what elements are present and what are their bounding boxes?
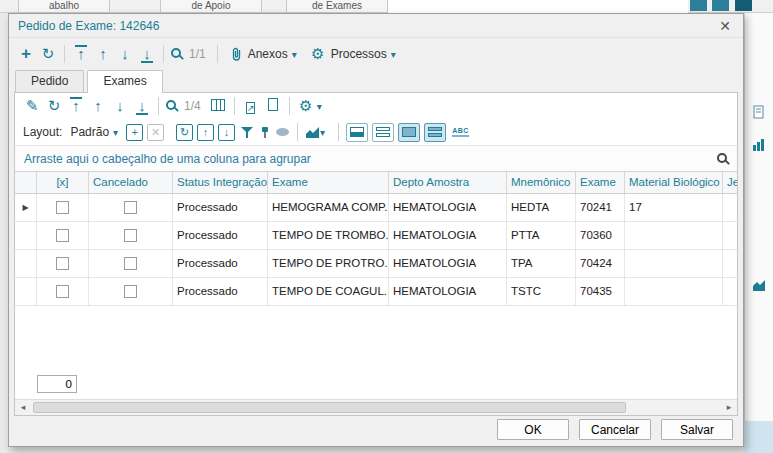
chevron-down-icon[interactable]: ▾ — [317, 101, 322, 112]
filter-icon[interactable] — [240, 126, 254, 139]
dialog-title: Pedido de Exame: 142646 — [18, 19, 159, 33]
checkbox-cancelado[interactable] — [124, 201, 137, 214]
spellcheck-icon[interactable]: ABC — [452, 127, 469, 137]
table-row[interactable]: Processado TEMPO DE PROTRO... HEMATOLOGI… — [15, 250, 737, 278]
cancel-button[interactable]: Cancelar — [579, 419, 651, 440]
find-icon[interactable] — [717, 152, 727, 166]
cell-depto: HEMATOLOGIA — [389, 250, 507, 277]
checkbox-cancelado[interactable] — [124, 285, 137, 298]
layout-toolbar: Layout: Padrão ▾ + ✕ ↻ ↑ ↓ ▾ — [15, 119, 737, 146]
cell-je — [723, 222, 737, 249]
checkbox-x[interactable] — [56, 285, 69, 298]
upload-layout-icon[interactable]: ↑ — [197, 124, 214, 141]
view-toggle-single[interactable] — [346, 123, 368, 142]
last-record-icon[interactable]: ↓ — [136, 44, 158, 64]
paperclip-icon — [229, 46, 244, 62]
window-button-icon[interactable] — [712, 0, 729, 11]
processos-label: Processos — [331, 47, 387, 61]
cell-x — [37, 278, 89, 305]
delete-layout-icon[interactable]: ✕ — [147, 124, 164, 141]
close-icon[interactable]: ✕ — [716, 18, 734, 34]
column-header-exame[interactable]: Exame — [268, 172, 389, 193]
cell-x — [37, 250, 89, 277]
chart-icon[interactable] — [752, 278, 766, 292]
layout-dropdown[interactable]: Padrão ▾ — [66, 125, 124, 139]
cell-material — [625, 278, 723, 305]
tab-pedido[interactable]: Pedido — [15, 70, 84, 92]
window-button-icon[interactable] — [690, 0, 707, 11]
column-header-mnemonico[interactable]: Mnemônico — [507, 172, 576, 193]
background-sidebar — [744, 13, 773, 453]
reset-layout-icon[interactable]: ↻ — [176, 124, 193, 141]
separator — [234, 97, 235, 115]
chart-icon[interactable] — [752, 138, 766, 152]
scroll-left-icon[interactable]: ◂ — [15, 400, 31, 415]
edit-icon[interactable]: ✎ — [21, 96, 43, 116]
next-row-icon[interactable]: ↓ — [109, 96, 131, 116]
pin-icon[interactable] — [260, 126, 270, 139]
column-header-status[interactable]: Status Integração — [173, 172, 268, 193]
scrollbar-track[interactable] — [31, 400, 721, 415]
cell-je — [723, 278, 737, 305]
gear-icon[interactable]: ⚙ — [295, 96, 317, 116]
processos-menu[interactable]: ⚙ Processos ▾ — [309, 44, 402, 64]
checkbox-x[interactable] — [56, 201, 69, 214]
scroll-right-icon[interactable]: ▸ — [721, 400, 737, 415]
column-header-x[interactable]: [x] — [37, 172, 89, 193]
scrollbar-thumb[interactable] — [33, 402, 626, 413]
horizontal-scrollbar[interactable]: ◂ ▸ — [15, 399, 737, 415]
first-record-icon[interactable]: ↑ — [70, 44, 92, 64]
column-header-cancelado[interactable]: Cancelado — [89, 172, 173, 193]
refresh-icon[interactable]: ↻ — [43, 96, 65, 116]
chart-menu[interactable]: ▾ — [305, 126, 331, 139]
window-button-icon[interactable] — [735, 0, 752, 11]
column-header-material[interactable]: Material Biológico — [625, 172, 723, 193]
table-row[interactable]: Processado TEMPO DE TROMBO... HEMATOLOGI… — [15, 222, 737, 250]
search-icon[interactable] — [171, 47, 181, 61]
previous-record-icon[interactable]: ↑ — [92, 44, 114, 64]
background-tab-apoio[interactable]: de Apoio — [160, 0, 262, 13]
save-button[interactable]: Salvar — [661, 419, 733, 440]
current-row-icon: ▶ — [22, 194, 28, 221]
clear-icon[interactable] — [276, 128, 289, 136]
tab-exames[interactable]: Exames — [87, 70, 162, 93]
table-row[interactable]: ▶ Processado HEMOGRAMA COMP... HEMATOLOG… — [15, 194, 737, 222]
search-icon[interactable] — [166, 99, 176, 113]
document-icon[interactable] — [752, 105, 766, 119]
anexos-menu[interactable]: Anexos ▾ — [229, 46, 303, 62]
column-chooser-icon[interactable] — [207, 96, 229, 116]
checkbox-x[interactable] — [56, 229, 69, 242]
record-pager: 1/1 — [189, 47, 206, 61]
add-layout-icon[interactable]: + — [126, 124, 143, 141]
checkbox-cancelado[interactable] — [124, 229, 137, 242]
column-header-je[interactable]: Je — [723, 172, 737, 193]
cell-exame: HEMOGRAMA COMP... — [268, 194, 389, 221]
last-row-icon[interactable]: ↓ — [131, 96, 153, 116]
separator — [163, 45, 164, 63]
dialog-tabs: Pedido Exames — [9, 70, 743, 92]
checkbox-cancelado[interactable] — [124, 257, 137, 270]
view-toggle-rows[interactable] — [424, 123, 446, 142]
document-icon[interactable] — [262, 96, 284, 116]
refresh-icon[interactable]: ↻ — [37, 44, 59, 64]
background-tab-partial[interactable]: abalho — [18, 0, 110, 13]
group-by-bar[interactable]: Arraste aqui o cabeçalho de uma coluna p… — [15, 146, 737, 172]
background-tab-exames[interactable]: de Exames — [286, 0, 388, 13]
table-row[interactable]: Processado TEMPO DE COAGUL... HEMATOLOGI… — [15, 278, 737, 306]
next-record-icon[interactable]: ↓ — [114, 44, 136, 64]
column-header-exame-cod[interactable]: Exame — [576, 172, 625, 193]
download-layout-icon[interactable]: ↓ — [218, 124, 235, 141]
cell-je — [723, 250, 737, 277]
export-icon[interactable]: ↗ — [240, 96, 262, 116]
add-icon[interactable]: + — [15, 44, 37, 64]
cell-status: Processado — [173, 222, 268, 249]
cell-x — [37, 194, 89, 221]
view-toggle-split[interactable] — [372, 123, 394, 142]
view-toggle-panel[interactable] — [398, 123, 420, 142]
ok-button[interactable]: OK — [497, 419, 569, 440]
first-row-icon[interactable]: ↑ — [65, 96, 87, 116]
checkbox-x[interactable] — [56, 257, 69, 270]
previous-row-icon[interactable]: ↑ — [87, 96, 109, 116]
counter-input[interactable] — [37, 375, 77, 393]
column-header-depto[interactable]: Depto Amostra — [389, 172, 507, 193]
